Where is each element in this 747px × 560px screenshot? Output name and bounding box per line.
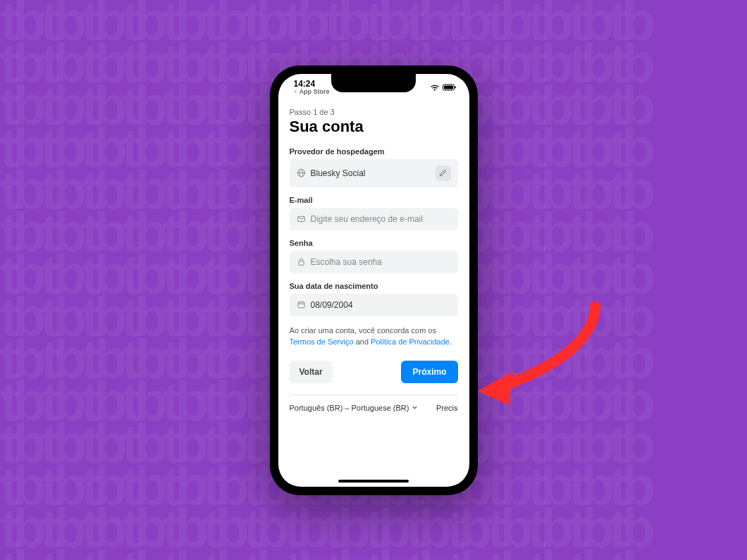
provider-value: Bluesky Social: [311, 168, 431, 178]
mail-icon: [297, 214, 306, 223]
birthdate-label: Sua data de nascimento: [290, 282, 458, 290]
lock-icon: [297, 257, 306, 266]
edit-provider-button[interactable]: [436, 166, 451, 181]
globe-icon: [297, 168, 306, 178]
divider: [290, 394, 458, 395]
help-link[interactable]: Precis: [436, 404, 458, 412]
back-chevron-icon: [294, 89, 298, 94]
password-field[interactable]: Escolha sua senha: [290, 251, 458, 273]
pencil-icon: [439, 169, 447, 177]
next-button[interactable]: Próximo: [401, 361, 457, 383]
terms-of-service-link[interactable]: Termos de Serviço: [290, 337, 354, 346]
phone-screen: 14:24 App Store Passo 1 de 3 Sua conta P…: [278, 74, 469, 487]
svg-rect-2: [444, 85, 453, 89]
home-indicator[interactable]: [338, 480, 409, 483]
step-label: Passo 1 de 3: [290, 108, 458, 116]
calendar-icon: [297, 300, 306, 309]
birthdate-field[interactable]: 08/09/2004: [290, 294, 458, 316]
wifi-icon: [430, 84, 440, 91]
svg-rect-3: [455, 86, 456, 88]
chevron-down-icon: [412, 404, 418, 411]
birthdate-value: 08/09/2004: [311, 300, 451, 310]
back-button[interactable]: Voltar: [290, 361, 333, 383]
content-area: Passo 1 de 3 Sua conta Provedor de hospe…: [278, 101, 469, 419]
svg-point-0: [434, 89, 436, 90]
status-time: 14:24: [294, 80, 330, 88]
phone-frame: 14:24 App Store Passo 1 de 3 Sua conta P…: [270, 66, 478, 495]
page-title: Sua conta: [290, 118, 458, 136]
footer-row: Português (BR) – Portuguese (BR) Precis: [290, 404, 458, 412]
email-placeholder: Digite seu endereço de e-mail: [311, 214, 451, 224]
password-placeholder: Escolha sua senha: [311, 257, 451, 267]
provider-field[interactable]: Bluesky Social: [290, 159, 458, 187]
provider-label: Provedor de hospedagem: [290, 147, 458, 156]
privacy-policy-link[interactable]: Política de Privacidade: [371, 337, 450, 346]
email-field[interactable]: Digite seu endereço de e-mail: [290, 208, 458, 230]
email-label: E-mail: [290, 196, 458, 204]
battery-icon: [443, 84, 457, 91]
password-label: Senha: [290, 239, 458, 247]
terms-text: Ao criar uma conta, você concorda com os…: [290, 325, 458, 348]
phone-notch: [331, 74, 416, 92]
svg-rect-8: [298, 261, 303, 266]
svg-rect-9: [298, 302, 304, 308]
button-row: Voltar Próximo: [290, 361, 458, 383]
status-back-link[interactable]: App Store: [294, 89, 330, 95]
language-selector[interactable]: Português (BR) – Portuguese (BR): [290, 404, 419, 412]
